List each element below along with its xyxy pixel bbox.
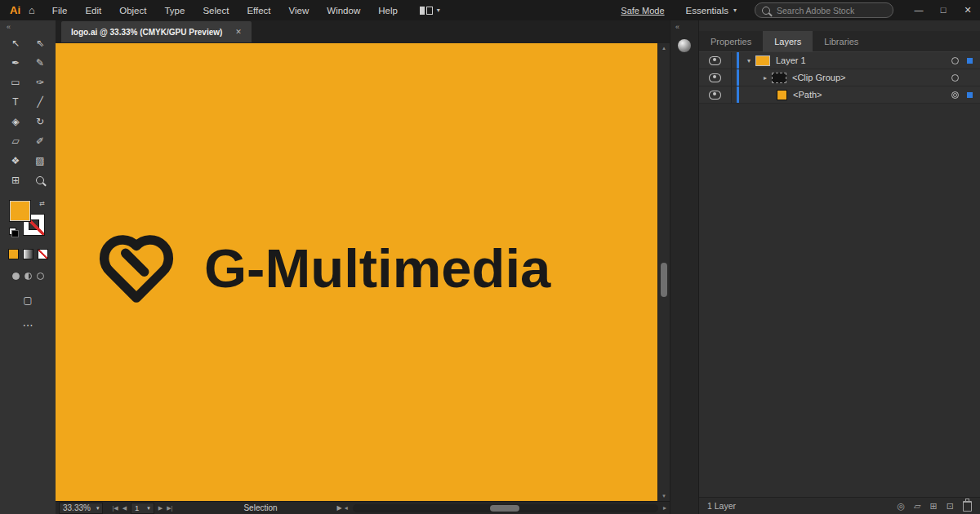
- menu-edit[interactable]: Edit: [76, 6, 110, 16]
- selection-indicator[interactable]: [967, 58, 973, 64]
- scroll-left-arrow-icon[interactable]: ◂: [345, 504, 348, 512]
- clip-group-thumbnail[interactable]: [772, 73, 786, 83]
- artboard-number-dropdown[interactable]: 1 ▾: [131, 503, 154, 514]
- zoom-tool[interactable]: [30, 173, 50, 187]
- new-layer-button[interactable]: ⊡: [947, 501, 954, 512]
- logo-heart-mark[interactable]: [93, 224, 180, 311]
- home-icon[interactable]: ⌂: [29, 4, 43, 16]
- vertical-scroll-thumb[interactable]: [661, 263, 667, 297]
- search-input[interactable]: [775, 5, 871, 16]
- tab-close-button[interactable]: ✕: [235, 28, 242, 36]
- menu-effect[interactable]: Effect: [238, 6, 279, 16]
- eyedropper-tool[interactable]: ✐: [30, 134, 50, 148]
- tab-properties[interactable]: Properties: [699, 31, 763, 51]
- target-circle-icon[interactable]: [951, 74, 959, 82]
- type-tool[interactable]: T: [6, 95, 25, 109]
- layer-row-clip-group[interactable]: ▸ <Clip Group>: [699, 69, 980, 86]
- visibility-cell[interactable]: [699, 69, 732, 86]
- tab-libraries[interactable]: Libraries: [813, 31, 870, 51]
- layer-row-layer-1[interactable]: ▾ Layer 1: [699, 52, 980, 69]
- default-fill-stroke-icon[interactable]: [9, 228, 19, 237]
- gradient-tool[interactable]: ▨: [30, 153, 50, 167]
- layer-thumbnail[interactable]: [755, 55, 770, 66]
- rotate-tool[interactable]: ↻: [30, 114, 50, 128]
- menu-type[interactable]: Type: [155, 6, 194, 16]
- menu-view[interactable]: View: [280, 6, 318, 16]
- draw-inside-icon[interactable]: [37, 273, 44, 280]
- menu-select[interactable]: Select: [194, 6, 238, 16]
- direct-selection-tool[interactable]: ⇖: [30, 36, 50, 50]
- layer-name[interactable]: <Path>: [793, 90, 822, 100]
- tab-layers[interactable]: Layers: [763, 31, 813, 51]
- stock-search-box[interactable]: [755, 2, 893, 18]
- safe-mode-link[interactable]: Safe Mode: [621, 6, 664, 16]
- artboard-tool[interactable]: ⊞: [6, 173, 25, 187]
- edit-toolbar-button[interactable]: ⋯: [23, 319, 33, 331]
- close-button[interactable]: ✕: [956, 0, 980, 20]
- disclosure-open-icon[interactable]: ▾: [742, 57, 755, 64]
- document-tab[interactable]: logo.ai @ 33.33% (CMYK/GPU Preview) ✕: [61, 21, 252, 42]
- pen-tool[interactable]: ✒: [6, 55, 25, 69]
- next-artboard-button[interactable]: ▶: [158, 505, 163, 512]
- minimize-button[interactable]: —: [906, 0, 931, 20]
- paintbrush-tool[interactable]: ✑: [30, 75, 50, 89]
- screen-mode-button[interactable]: ▢: [23, 295, 32, 306]
- first-artboard-button[interactable]: |◀: [112, 505, 118, 512]
- vertical-scrollbar[interactable]: ▴ ▾: [657, 43, 670, 501]
- toolbar-collapse-icon[interactable]: «: [0, 20, 11, 32]
- color-button[interactable]: [8, 249, 19, 259]
- new-sublayer-button[interactable]: ⊞: [930, 501, 938, 512]
- delete-layer-button[interactable]: [963, 501, 972, 512]
- make-clipping-mask-button[interactable]: ▱: [914, 501, 920, 512]
- visibility-cell[interactable]: [699, 86, 732, 103]
- layer-name[interactable]: <Clip Group>: [792, 73, 845, 82]
- selection-tool[interactable]: ↖: [6, 36, 25, 50]
- eraser-tool[interactable]: ◈: [6, 114, 25, 128]
- visibility-cell[interactable]: [699, 52, 732, 69]
- previous-artboard-button[interactable]: ◀: [122, 505, 127, 512]
- scroll-up-arrow-icon[interactable]: ▴: [658, 45, 670, 51]
- last-artboard-button[interactable]: ▶|: [167, 505, 172, 512]
- menu-file[interactable]: File: [43, 6, 77, 16]
- shape-builder-tool[interactable]: ❖: [6, 153, 25, 167]
- status-options-arrow-icon[interactable]: ▶: [337, 504, 342, 512]
- eye-icon[interactable]: [709, 91, 721, 100]
- target-circle-icon[interactable]: [951, 57, 959, 64]
- horizontal-scrollbar[interactable]: [353, 504, 658, 512]
- none-button[interactable]: [38, 249, 48, 259]
- fill-swatch[interactable]: [9, 200, 31, 222]
- eye-icon[interactable]: [709, 56, 721, 65]
- menu-object[interactable]: Object: [110, 6, 155, 16]
- scroll-right-arrow-icon[interactable]: ▸: [663, 504, 666, 512]
- target-circle-selected-icon[interactable]: [951, 91, 959, 99]
- locate-object-button[interactable]: ◎: [897, 501, 905, 512]
- menu-help[interactable]: Help: [369, 6, 407, 16]
- menu-window[interactable]: Window: [318, 6, 369, 16]
- dock-collapse-icon[interactable]: «: [670, 20, 698, 31]
- zoom-level-dropdown[interactable]: 33.33% ▾: [59, 503, 103, 514]
- artboard[interactable]: G-Multimedia: [56, 43, 658, 501]
- eye-icon[interactable]: [709, 73, 721, 82]
- arrange-documents-button[interactable]: ▾: [420, 7, 440, 15]
- layer-name[interactable]: Layer 1: [776, 55, 806, 65]
- line-segment-tool[interactable]: ╱: [30, 95, 50, 109]
- selection-indicator[interactable]: [967, 92, 973, 98]
- disclosure-closed-icon[interactable]: ▸: [759, 74, 772, 82]
- restore-button[interactable]: □: [931, 0, 956, 20]
- path-thumbnail[interactable]: [777, 90, 787, 100]
- workspace-switcher[interactable]: Essentials ▾: [686, 6, 737, 16]
- artwork-logo-text[interactable]: G-Multimedia: [204, 241, 550, 295]
- layer-row-path[interactable]: <Path>: [699, 86, 980, 104]
- draw-behind-icon[interactable]: [24, 273, 32, 280]
- curvature-tool[interactable]: ✎: [30, 55, 50, 69]
- artwork-logo-group[interactable]: G-Multimedia: [93, 224, 550, 311]
- draw-normal-icon[interactable]: [12, 273, 20, 280]
- app-logo[interactable]: Ai: [0, 4, 29, 16]
- gradient-button[interactable]: [23, 249, 33, 259]
- scroll-down-arrow-icon[interactable]: ▾: [658, 493, 670, 499]
- collapsed-panel-sphere-icon[interactable]: [678, 39, 691, 52]
- scale-tool[interactable]: ▱: [6, 134, 25, 148]
- horizontal-scroll-thumb[interactable]: [490, 505, 519, 512]
- rectangle-tool[interactable]: ▭: [6, 75, 25, 89]
- swap-fill-stroke-icon[interactable]: ⇄: [39, 200, 45, 207]
